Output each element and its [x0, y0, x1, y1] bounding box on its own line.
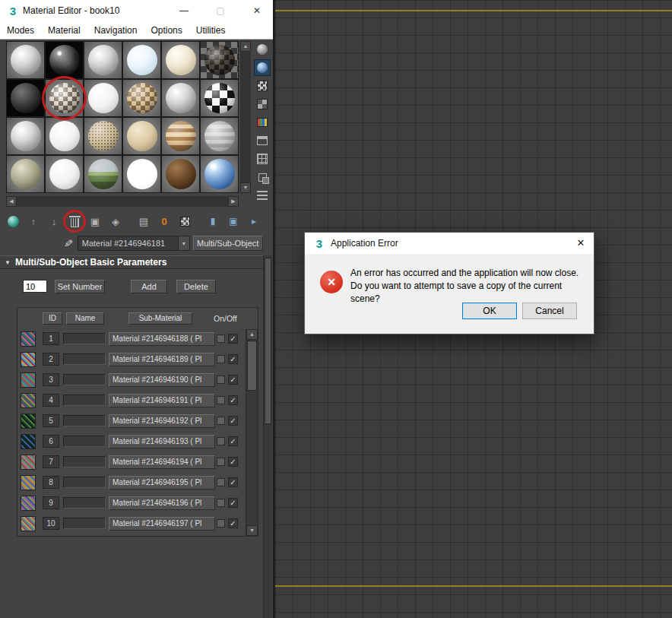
assign-material-to-selection-icon[interactable]: ↓ [46, 213, 62, 230]
onoff-checkbox[interactable]: ✓ [228, 477, 238, 487]
scroll-down-icon[interactable]: ▼ [246, 525, 258, 536]
submaterial-swatch[interactable] [217, 458, 225, 466]
panel-scrollbar[interactable] [263, 255, 272, 618]
row-name-input[interactable] [63, 353, 106, 365]
material-sample-slot[interactable] [84, 117, 122, 155]
onoff-checkbox[interactable]: ✓ [228, 354, 238, 364]
ok-button[interactable]: OK [462, 303, 517, 319]
submaterial-button[interactable]: Material #2146946191 ( Pl [109, 394, 215, 407]
pick-material-eyedropper-icon[interactable]: ✎ [62, 238, 74, 248]
maximize-button[interactable]: ▢ [215, 5, 226, 16]
material-sample-slot[interactable] [84, 155, 122, 193]
row-name-input[interactable] [63, 436, 106, 447]
material-count-input[interactable] [23, 280, 47, 293]
material-sample-slot[interactable] [84, 79, 122, 117]
menu-modes[interactable]: Modes [7, 25, 34, 36]
material-sample-slot[interactable] [45, 41, 84, 79]
submaterial-button[interactable]: Material #2146946196 ( Pl [109, 496, 215, 510]
dialog-titlebar[interactable]: 3 Application Error ✕ [305, 233, 594, 254]
go-forward-to-sibling-icon[interactable]: ▸ [246, 213, 262, 230]
cancel-button[interactable]: Cancel [522, 303, 577, 319]
close-button[interactable]: ✕ [252, 5, 262, 16]
submaterial-button[interactable]: Material #2146946193 ( Pl [109, 435, 215, 448]
get-material-icon[interactable] [5, 213, 21, 230]
material-sample-slot[interactable] [45, 155, 84, 193]
material-sample-slot[interactable] [200, 41, 239, 79]
material-sample-slot[interactable] [200, 79, 239, 117]
select-by-material-icon[interactable] [254, 151, 271, 167]
submaterial-button[interactable]: Material #2146946192 ( Pl [109, 414, 215, 428]
scroll-up-icon[interactable]: ▲ [240, 41, 251, 52]
reset-map-icon[interactable] [66, 213, 83, 230]
material-sample-slot[interactable] [122, 41, 161, 79]
scroll-up-icon[interactable]: ▲ [246, 329, 258, 340]
material-sample-slot[interactable] [45, 79, 84, 117]
material-name-dropdown[interactable]: Material #2146946181 ▼ [78, 236, 190, 251]
rollout-header[interactable]: ▼ Multi/Sub-Object Basic Parameters [0, 255, 263, 269]
onoff-checkbox[interactable]: ✓ [228, 498, 238, 508]
menu-navigation[interactable]: Navigation [94, 25, 138, 36]
go-to-parent-icon[interactable]: ▣ [225, 213, 242, 230]
material-type-button[interactable]: Multi/Sub-Object [193, 236, 263, 251]
material-sample-slot[interactable] [122, 117, 161, 155]
panel-scrollbar-thumb[interactable] [265, 258, 271, 424]
material-map-navigator-icon[interactable] [254, 169, 271, 185]
material-sample-slot[interactable] [161, 155, 200, 193]
video-color-check-icon[interactable] [254, 114, 271, 131]
sample-tiling-icon[interactable] [254, 96, 271, 113]
material-sample-slot[interactable] [161, 41, 200, 79]
row-name-input[interactable] [63, 333, 106, 344]
add-button[interactable]: Add [131, 280, 167, 293]
material-sample-slot[interactable] [161, 79, 200, 117]
rollout-collapse-icon[interactable]: ▼ [5, 259, 11, 266]
row-name-input[interactable] [63, 374, 106, 385]
table-scrollbar-thumb[interactable] [247, 341, 257, 391]
submaterial-button[interactable]: Material #2146946190 ( Pl [109, 373, 215, 387]
scroll-right-icon[interactable]: ▶ [228, 196, 239, 207]
set-number-button[interactable]: Set Number [55, 280, 105, 293]
background-icon[interactable] [254, 78, 271, 94]
material-sample-slot[interactable] [161, 117, 200, 155]
submaterial-button[interactable]: Material #2146946195 ( Pl [109, 476, 215, 490]
scroll-left-icon[interactable]: ◀ [6, 196, 17, 207]
material-sample-slot[interactable] [84, 41, 122, 79]
submaterial-swatch[interactable] [217, 519, 225, 528]
row-name-input[interactable] [63, 395, 106, 406]
submaterial-swatch[interactable] [217, 396, 225, 404]
row-name-input[interactable] [63, 477, 106, 488]
onoff-checkbox[interactable]: ✓ [228, 375, 238, 385]
submaterial-button[interactable]: Material #2146946197 ( Pl [109, 517, 215, 531]
row-name-input[interactable] [63, 497, 106, 509]
material-sample-slot[interactable] [122, 79, 161, 117]
material-sample-slot[interactable] [6, 155, 45, 193]
options-icon[interactable] [254, 132, 271, 149]
sort-by-id-button[interactable]: ID [43, 312, 62, 325]
material-sample-slot[interactable] [6, 79, 45, 117]
submaterial-button[interactable]: Material #2146946194 ( Pl [109, 455, 215, 469]
onoff-checkbox[interactable]: ✓ [228, 436, 238, 446]
row-name-input[interactable] [63, 456, 106, 467]
submaterial-swatch[interactable] [217, 499, 225, 507]
sort-by-submaterial-button[interactable]: Sub-Material [128, 312, 192, 325]
delete-button[interactable]: Delete [176, 280, 216, 293]
sort-by-name-button[interactable]: Name [66, 312, 104, 325]
menu-options[interactable]: Options [151, 25, 182, 36]
submaterial-swatch[interactable] [217, 355, 225, 363]
onoff-checkbox[interactable]: ✓ [228, 518, 238, 528]
onoff-checkbox[interactable]: ✓ [228, 395, 238, 405]
onoff-checkbox[interactable]: ✓ [228, 334, 238, 344]
show-map-in-viewport-icon[interactable] [176, 213, 193, 230]
onoff-checkbox[interactable]: ✓ [228, 416, 238, 426]
sample-type-sphere-icon[interactable] [254, 41, 271, 58]
pipeline-icon[interactable] [254, 187, 271, 204]
submaterial-button[interactable]: Material #2146946188 ( Pl [109, 332, 215, 346]
material-sample-slot[interactable] [200, 155, 239, 193]
sample-vertical-scrollbar[interactable]: ▲ ▼ [240, 41, 251, 193]
menu-utilities[interactable]: Utilities [196, 25, 226, 36]
minimize-button[interactable]: — [179, 5, 189, 16]
submaterial-swatch[interactable] [217, 478, 225, 486]
table-scrollbar[interactable]: ▲ ▼ [246, 329, 258, 536]
scroll-down-icon[interactable]: ▼ [240, 182, 251, 193]
make-unique-icon[interactable]: ◈ [107, 213, 124, 230]
material-sample-slot[interactable] [6, 117, 45, 155]
